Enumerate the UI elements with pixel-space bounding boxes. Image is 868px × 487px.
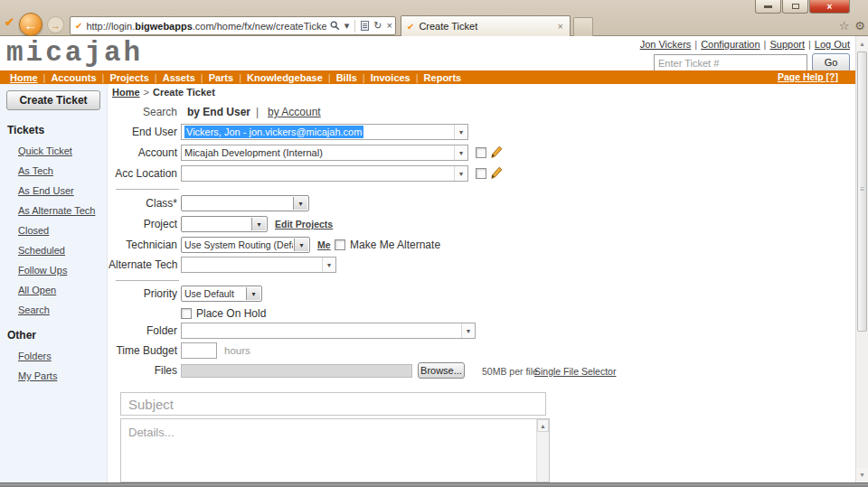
sidebar-item-search[interactable]: Search xyxy=(18,304,107,315)
configuration-link[interactable]: Configuration xyxy=(701,39,760,50)
subject-input[interactable] xyxy=(120,392,546,416)
url-text[interactable]: http://login.bigwebapps.com/home/fx/new/… xyxy=(86,21,326,32)
search-by-account-link[interactable]: by Account xyxy=(268,106,321,118)
chevron-down-icon[interactable]: ▾ xyxy=(322,258,335,272)
acc-location-combobox[interactable]: ▾ xyxy=(181,165,468,182)
nav-item-home[interactable]: Home xyxy=(10,72,38,83)
chevron-down-icon[interactable]: ▾ xyxy=(251,218,266,230)
sidebar-item-closed[interactable]: Closed xyxy=(18,225,107,236)
forward-button[interactable]: → xyxy=(47,16,64,33)
tab-close-icon[interactable]: × xyxy=(557,21,564,32)
chevron-down-icon[interactable]: ▾ xyxy=(454,125,467,139)
sidebar-item-scheduled[interactable]: Scheduled xyxy=(18,245,107,256)
time-budget-input[interactable] xyxy=(181,342,217,359)
folder-combobox[interactable]: ▾ xyxy=(181,323,476,339)
address-bar[interactable]: ✔ http://login.bigwebapps.com/home/fx/ne… xyxy=(70,16,396,35)
nav-item-assets[interactable]: Assets xyxy=(163,72,195,83)
search-icon[interactable] xyxy=(330,21,340,31)
user-name-link[interactable]: Jon Vickers xyxy=(640,39,692,50)
maximize-button[interactable] xyxy=(782,0,808,14)
sidebar-item-follow-ups[interactable]: Follow Ups xyxy=(18,265,107,276)
sidebar-item-as-alternate-tech[interactable]: As Alternate Tech xyxy=(18,205,107,216)
sidebar-item-quick-ticket[interactable]: Quick Ticket xyxy=(18,145,107,156)
tab-create-ticket[interactable]: ✔ Create Ticket × xyxy=(401,15,571,36)
favorites-star-icon[interactable]: ☆ xyxy=(839,19,850,33)
account-edit-pencil-icon[interactable] xyxy=(490,145,503,159)
scrollbar-grip-icon: ≡ xyxy=(858,186,866,193)
nav-item-parts[interactable]: Parts xyxy=(209,72,234,83)
back-button[interactable]: ← xyxy=(19,13,42,36)
class-select[interactable]: ▾ xyxy=(181,195,309,211)
sidebar-item-as-end-user[interactable]: As End User xyxy=(18,185,107,196)
account-lock-checkbox[interactable] xyxy=(476,147,486,158)
nav-item-projects[interactable]: Projects xyxy=(109,72,148,83)
hours-label: hours xyxy=(224,345,250,356)
scrollbar-thumb[interactable]: ≡ xyxy=(857,52,867,332)
edit-projects-link[interactable]: Edit Projects xyxy=(275,219,333,229)
logout-link[interactable]: Log Out xyxy=(815,39,850,50)
details-scrollbar[interactable]: ▲ xyxy=(536,419,549,482)
sidebar-heading-other: Other xyxy=(7,329,107,342)
breadcrumb-home-link[interactable]: Home xyxy=(112,87,140,98)
tab-title: Create Ticket xyxy=(419,21,556,32)
refresh-icon[interactable]: ↻ xyxy=(373,21,382,31)
scroll-up-icon[interactable]: ▲ xyxy=(856,37,868,51)
gear-icon[interactable]: ⚙ xyxy=(854,19,865,33)
end-user-label: End User xyxy=(108,126,177,138)
new-tab-button[interactable] xyxy=(573,17,593,36)
chevron-down-icon[interactable]: ▾ xyxy=(293,197,307,210)
nav-item-accounts[interactable]: Accounts xyxy=(51,72,96,83)
chevron-down-icon[interactable]: ▾ xyxy=(454,166,467,181)
compatibility-view-icon[interactable] xyxy=(361,21,369,31)
chevron-down-icon[interactable]: ▾ xyxy=(454,145,467,160)
sidebar-item-all-open[interactable]: All Open xyxy=(18,285,107,295)
main-nav: Home| Accounts| Projects| Assets| Parts|… xyxy=(0,70,855,84)
scroll-up-icon[interactable]: ▲ xyxy=(537,419,549,432)
address-bar-icons: ▾ ↻ × xyxy=(326,20,392,33)
technician-value: Use System Routing (Default) xyxy=(182,238,293,252)
scroll-down-icon[interactable]: ▼ xyxy=(856,468,868,482)
acc-location-lock-checkbox[interactable] xyxy=(476,168,486,179)
search-dropdown-icon[interactable]: ▾ xyxy=(344,21,350,31)
single-file-selector-link[interactable]: Single File Selector xyxy=(534,366,616,377)
chevron-down-icon[interactable]: ▾ xyxy=(294,239,308,251)
account-row: Account Micajah Development (Internal) ▾ xyxy=(108,145,855,162)
priority-select[interactable]: Use Default ▾ xyxy=(181,286,262,302)
account-combobox[interactable]: Micajah Development (Internal) ▾ xyxy=(181,145,468,161)
close-button[interactable]: × xyxy=(809,0,850,14)
browse-button[interactable]: Browse... xyxy=(418,362,465,379)
search-by-end-user[interactable]: by End User xyxy=(187,106,250,118)
nav-item-invoices[interactable]: Invoices xyxy=(371,72,410,83)
stop-icon[interactable]: × xyxy=(387,21,392,31)
me-link[interactable]: Me xyxy=(317,239,331,250)
support-link[interactable]: Support xyxy=(769,39,805,50)
sidebar-item-my-parts[interactable]: My Parts xyxy=(18,370,107,381)
ticket-number-input[interactable] xyxy=(654,54,807,71)
create-ticket-button[interactable]: Create Ticket xyxy=(6,90,100,110)
page-help-link[interactable]: Page Help [?] xyxy=(778,71,838,82)
class-label: Class* xyxy=(108,197,177,210)
chevron-down-icon[interactable]: ▾ xyxy=(246,287,260,300)
place-on-hold-checkbox[interactable] xyxy=(181,308,192,319)
end-user-combobox[interactable]: Vickers, Jon - jon.vickers@micajah.com ▾ xyxy=(181,124,468,140)
nav-item-bills[interactable]: Bills xyxy=(336,72,357,83)
sidebar-item-folders[interactable]: Folders xyxy=(18,351,107,361)
priority-label: Priority xyxy=(108,287,177,300)
make-me-alternate-checkbox[interactable] xyxy=(335,239,345,250)
go-button[interactable]: Go xyxy=(812,53,850,72)
alternate-tech-combobox[interactable]: ▾ xyxy=(181,257,336,273)
sidebar-item-as-tech[interactable]: As Tech xyxy=(18,165,107,176)
details-textarea[interactable]: Details... ▲ xyxy=(120,418,550,482)
nav-item-knowledgebase[interactable]: Knowledgebase xyxy=(247,72,323,83)
technician-select[interactable]: Use System Routing (Default) ▾ xyxy=(181,237,310,253)
page-scrollbar[interactable]: ▲ ≡ ▼ xyxy=(855,36,868,482)
chevron-down-icon[interactable]: ▾ xyxy=(461,323,475,338)
project-select[interactable]: ▾ xyxy=(181,216,268,232)
end-user-row: End User Vickers, Jon - jon.vickers@mica… xyxy=(108,124,855,141)
acc-location-edit-pencil-icon[interactable] xyxy=(490,166,503,180)
file-upload-field[interactable] xyxy=(181,364,412,378)
nav-item-reports[interactable]: Reports xyxy=(424,72,462,83)
alternate-tech-row: Alternate Tech ▾ xyxy=(108,257,855,274)
minimize-button[interactable] xyxy=(755,0,781,14)
divider xyxy=(116,189,179,190)
